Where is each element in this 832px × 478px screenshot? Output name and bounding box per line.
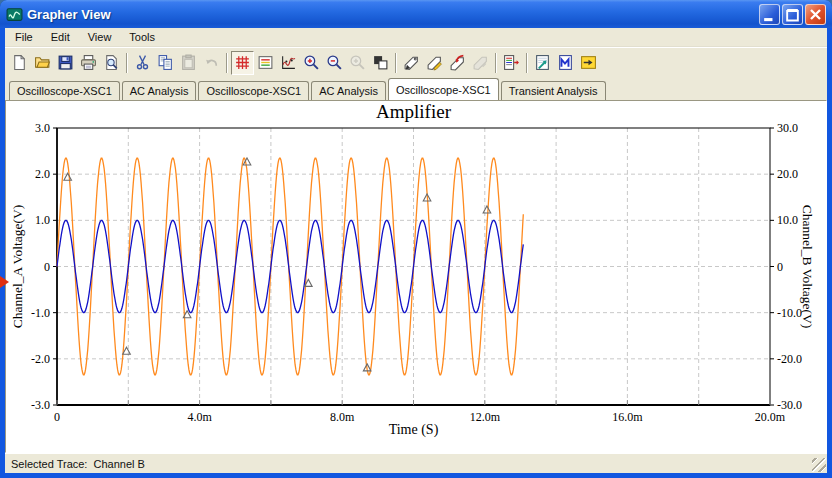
minimize-button[interactable] bbox=[759, 4, 780, 25]
right-tick-label: 0 bbox=[777, 260, 783, 274]
undo-icon bbox=[203, 54, 220, 71]
tab-bar: Oscilloscope-XSC1AC AnalysisOscilloscope… bbox=[5, 77, 827, 100]
open-button[interactable] bbox=[31, 51, 54, 75]
trace-marker-triangle bbox=[483, 206, 491, 213]
menu-file[interactable]: File bbox=[6, 29, 42, 45]
zoom-out-icon bbox=[326, 54, 343, 71]
toolbar-separator bbox=[495, 53, 497, 73]
open-folder-icon bbox=[34, 54, 51, 71]
chart-panel: AmplifierTime (S)Channel_A Voltage(V)Cha… bbox=[5, 100, 827, 453]
client-area: FileEditViewTools Oscilloscope-XSC1AC An… bbox=[5, 28, 827, 473]
show-grid-button[interactable] bbox=[231, 51, 254, 75]
window-title: Grapher View bbox=[27, 7, 759, 22]
export-mathcad-icon bbox=[557, 54, 574, 71]
zoom-out-button[interactable] bbox=[323, 51, 346, 75]
menu-view[interactable]: View bbox=[79, 29, 121, 45]
print-icon bbox=[80, 54, 97, 71]
tab-4-oscilloscope-xsc1[interactable]: Oscilloscope-XSC1 bbox=[388, 78, 499, 100]
export-excel-icon bbox=[534, 54, 551, 71]
zoom-restore-icon bbox=[349, 54, 366, 71]
tag-pencil-icon bbox=[426, 54, 443, 71]
close-icon bbox=[806, 5, 825, 24]
selected-trace-arrow bbox=[0, 276, 9, 288]
print-preview-button[interactable] bbox=[100, 51, 123, 75]
tab-5-transient-analysis[interactable]: Transient Analysis bbox=[501, 81, 606, 100]
left-tick-label: 2.0 bbox=[35, 167, 50, 181]
resize-grip[interactable] bbox=[812, 458, 826, 472]
edit-tag-button[interactable] bbox=[423, 51, 446, 75]
right-axis-label: Channel_B Voltage(V) bbox=[800, 205, 815, 329]
x-tick-label: 0 bbox=[54, 410, 60, 424]
new-file-icon bbox=[11, 54, 28, 71]
tab-1-ac-analysis[interactable]: AC Analysis bbox=[122, 81, 197, 100]
tab-2-oscilloscope-xsc1[interactable]: Oscilloscope-XSC1 bbox=[198, 81, 309, 100]
export-labview-icon bbox=[580, 54, 597, 71]
toolbar-separator bbox=[395, 53, 397, 73]
selected-trace-status: Selected Trace: Channel B bbox=[11, 458, 145, 470]
zoom-select-button[interactable] bbox=[369, 51, 392, 75]
toolbar-separator bbox=[526, 53, 528, 73]
tag-gray-icon bbox=[472, 54, 489, 71]
save-button[interactable] bbox=[54, 51, 77, 75]
paste-button bbox=[177, 51, 200, 75]
copy-icon bbox=[157, 54, 174, 71]
maximize-icon bbox=[783, 5, 802, 24]
print-preview-icon bbox=[103, 54, 120, 71]
page-tag-button[interactable] bbox=[400, 51, 423, 75]
left-tick-label: 3.0 bbox=[35, 121, 50, 135]
toolbar-separator bbox=[226, 53, 228, 73]
x-tick-label: 4.0m bbox=[187, 410, 212, 424]
revert-tag-button[interactable] bbox=[446, 51, 469, 75]
right-tick-label: 10.0 bbox=[777, 213, 798, 227]
titlebar[interactable]: Grapher View bbox=[0, 0, 832, 28]
x-tick-label: 16.0m bbox=[612, 410, 643, 424]
status-bar: Selected Trace: Channel B bbox=[5, 453, 827, 473]
x-axis-label: Time (S) bbox=[389, 422, 439, 438]
left-tick-label: -3.0 bbox=[31, 398, 50, 412]
maximize-button[interactable] bbox=[782, 4, 803, 25]
export-labview-button[interactable] bbox=[577, 51, 600, 75]
tag-red-arrow-icon bbox=[449, 54, 466, 71]
oscilloscope-chart: AmplifierTime (S)Channel_A Voltage(V)Cha… bbox=[6, 101, 824, 452]
close-button[interactable] bbox=[805, 4, 826, 25]
zoom-in-icon bbox=[303, 54, 320, 71]
zoom-select-icon bbox=[372, 54, 389, 71]
window-controls bbox=[759, 4, 826, 25]
toolbar-separator bbox=[126, 53, 128, 73]
undo-button bbox=[200, 51, 223, 75]
export-excel-button[interactable] bbox=[531, 51, 554, 75]
show-cursors-button[interactable] bbox=[277, 51, 300, 75]
copy-button[interactable] bbox=[154, 51, 177, 75]
zoom-in-button[interactable] bbox=[300, 51, 323, 75]
menu-tools[interactable]: Tools bbox=[120, 29, 164, 45]
left-tick-label: 1.0 bbox=[35, 213, 50, 227]
paste-icon bbox=[180, 54, 197, 71]
new-button[interactable] bbox=[8, 51, 31, 75]
grid-icon bbox=[234, 54, 251, 71]
tag-arrow-icon bbox=[403, 54, 420, 71]
toolbar bbox=[5, 47, 827, 77]
right-tick-label: 30.0 bbox=[777, 121, 798, 135]
right-tick-label: -10.0 bbox=[777, 306, 802, 320]
show-legend-button[interactable] bbox=[254, 51, 277, 75]
x-tick-label: 20.0m bbox=[755, 410, 786, 424]
menu-bar: FileEditViewTools bbox=[5, 28, 827, 47]
tab-0-oscilloscope-xsc1[interactable]: Oscilloscope-XSC1 bbox=[9, 81, 120, 100]
left-tick-label: -1.0 bbox=[31, 306, 50, 320]
print-button[interactable] bbox=[77, 51, 100, 75]
save-icon bbox=[57, 54, 74, 71]
apply-tag-button bbox=[469, 51, 492, 75]
tab-3-ac-analysis[interactable]: AC Analysis bbox=[311, 81, 386, 100]
grapher-app-icon bbox=[6, 6, 23, 23]
x-tick-label: 12.0m bbox=[470, 410, 501, 424]
menu-edit[interactable]: Edit bbox=[42, 29, 79, 45]
export-mathcad-button[interactable] bbox=[554, 51, 577, 75]
cut-button[interactable] bbox=[131, 51, 154, 75]
zoom-restore-button bbox=[346, 51, 369, 75]
export-data-button[interactable] bbox=[500, 51, 523, 75]
x-tick-label: 8.0m bbox=[330, 410, 355, 424]
minimize-icon bbox=[760, 5, 779, 24]
grapher-window: Grapher View FileEditViewTools Oscillosc… bbox=[0, 0, 832, 478]
right-tick-label: 20.0 bbox=[777, 167, 798, 181]
left-axis-label: Channel_A Voltage(V) bbox=[10, 205, 25, 329]
